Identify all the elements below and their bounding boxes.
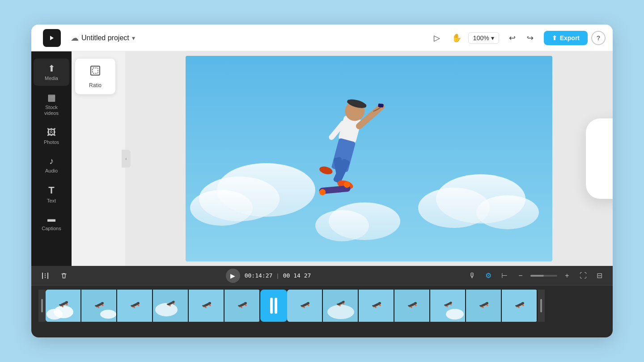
ratio-icon (89, 64, 102, 80)
project-name[interactable]: Untitled project (81, 34, 129, 42)
header: ☁ Untitled project ▾ ▷ ✋ 100% ▾ ↩ ↪ ⬆ Ex… (31, 25, 613, 51)
clip-frame-6: 🛹 (225, 290, 260, 322)
sidebar-item-stock-videos[interactable]: ▦ Stockvideos (34, 88, 69, 121)
split-bar-left (270, 298, 273, 314)
split-handle-button[interactable]: ⊢ (498, 269, 511, 282)
edge-handle-right (540, 299, 542, 312)
sidebar-item-captions[interactable]: ▬ Captions (34, 210, 69, 236)
svg-rect-25 (378, 104, 384, 108)
svg-point-56 (446, 309, 464, 320)
zoom-level: 100% (473, 34, 489, 42)
split-tool-button[interactable] (38, 269, 52, 282)
logo-area (38, 29, 65, 47)
sidebar-media-label: Media (45, 76, 58, 81)
svg-point-8 (476, 195, 539, 229)
sidebar-captions-label: Captions (42, 226, 61, 232)
timeline-toolbar: ▶ 00:14:27 | 00 14 27 🎙 ⚙ ⊢ − + ⛶ ⊟ (31, 266, 613, 286)
frame-thumbnail-2: 🛹 (81, 290, 116, 322)
redo-button[interactable]: ↪ (522, 30, 538, 46)
svg-text:🛹: 🛹 (59, 299, 69, 309)
project-name-area: ☁ Untitled project ▾ (71, 33, 424, 43)
zoom-chevron-icon: ▾ (491, 34, 494, 42)
svg-text:🛹: 🛹 (94, 300, 105, 310)
clip-frame-2: 🛹 (81, 290, 117, 322)
clip-frame-4: 🛹 (153, 290, 189, 322)
svg-point-5 (190, 190, 253, 226)
frame-thumbnail-r6: 🛹 (466, 290, 501, 322)
hand-tool-button[interactable]: ✋ (449, 30, 465, 46)
header-center-tools: ▷ ✋ 100% ▾ (429, 30, 499, 46)
sidebar-item-photos[interactable]: 🖼 Photos (34, 123, 69, 150)
frame-thumbnail-1: 🛹 (46, 290, 80, 322)
svg-text:🛹: 🛹 (166, 299, 175, 307)
timeline-track-row: 🛹 🛹 (31, 286, 613, 326)
pointer-tool-button[interactable]: ▷ (429, 30, 445, 46)
header-right: ⬆ Export ? (544, 31, 606, 45)
current-time: 00:14:27 (245, 272, 273, 279)
frame-thumbnail-r4: 🛹 (394, 290, 429, 322)
svg-text:🛹: 🛹 (515, 300, 525, 310)
export-label: Export (560, 34, 580, 42)
delete-tool-button[interactable] (57, 269, 71, 282)
frame-thumbnail-4: 🛹 (153, 290, 188, 322)
zoom-out-timeline-button[interactable]: − (514, 269, 527, 282)
floating-logo: ✂ (586, 118, 613, 199)
svg-point-35 (100, 310, 116, 319)
text-icon: T (48, 185, 54, 196)
edge-handle-left (41, 299, 43, 312)
export-icon: ⬆ (552, 34, 557, 42)
svg-text:🛹: 🛹 (336, 299, 345, 307)
frame-thumbnail-r3: 🛹 (359, 290, 394, 322)
ratio-tool[interactable]: Ratio (75, 59, 115, 94)
undo-button[interactable]: ↩ (504, 30, 521, 46)
clip-frame-r1: 🛹 (287, 290, 323, 322)
frame-thumbnail-r1: 🛹 (287, 290, 322, 322)
sidebar: ⬆ Media ▦ Stockvideos 🖼 Photos ♪ Audio T… (31, 51, 72, 266)
clip-frame-r2: 🛹 (323, 290, 359, 322)
track-clip-right[interactable]: 🛹 🛹 (287, 290, 538, 322)
sidebar-item-text[interactable]: T Text (34, 180, 69, 208)
frame-thumbnail-3: 🛹 (117, 290, 152, 322)
time-divider: | (277, 272, 278, 279)
export-button[interactable]: ⬆ Export (544, 31, 588, 45)
track-right-edge[interactable] (538, 290, 545, 322)
main-content: ⬆ Media ▦ Stockvideos 🖼 Photos ♪ Audio T… (31, 51, 613, 266)
panel-collapse-button[interactable]: ‹ (122, 150, 131, 168)
captions-icon: ▬ (47, 215, 55, 224)
microphone-button[interactable]: 🎙 (466, 269, 479, 282)
track-clip-left[interactable]: 🛹 🛹 (46, 290, 260, 322)
split-handle-icon (270, 298, 277, 314)
help-button[interactable]: ? (591, 31, 606, 45)
zoom-selector[interactable]: 100% ▾ (468, 32, 499, 44)
tools-panel: Ratio ‹ (72, 51, 125, 266)
timeline-area: ▶ 00:14:27 | 00 14 27 🎙 ⚙ ⊢ − + ⛶ ⊟ (31, 266, 613, 337)
clip-frame-r4: 🛹 (394, 290, 430, 322)
sidebar-item-media[interactable]: ⬆ Media (34, 59, 69, 86)
total-time: 00 14 27 (283, 272, 311, 279)
project-dropdown-icon[interactable]: ▾ (132, 34, 135, 42)
preview-area: ✂ (125, 51, 613, 266)
sidebar-stock-label: Stockvideos (44, 105, 59, 116)
split-playhead-handle[interactable] (260, 290, 287, 322)
clip-frame-r5: 🛹 (430, 290, 466, 322)
zoom-slider[interactable] (530, 275, 557, 277)
frame-thumbnail-r7: 🛹 (502, 290, 537, 322)
settings-timeline-button[interactable]: ⊟ (593, 269, 606, 282)
svg-point-10 (329, 202, 400, 240)
svg-text:🛹: 🛹 (407, 300, 418, 310)
ai-tool-button[interactable]: ⚙ (482, 269, 495, 282)
svg-text:🛹: 🛹 (300, 300, 310, 310)
playback-controls: ▶ 00:14:27 | 00 14 27 (76, 269, 461, 283)
audio-icon: ♪ (49, 156, 54, 166)
help-label: ? (597, 34, 601, 42)
track-left-edge[interactable] (38, 290, 46, 322)
svg-text:🛹: 🛹 (130, 300, 140, 310)
fullscreen-timeline-button[interactable]: ⛶ (577, 269, 589, 282)
sidebar-item-audio[interactable]: ♪ Audio (34, 152, 69, 178)
play-button[interactable]: ▶ (226, 269, 240, 283)
zoom-in-timeline-button[interactable]: + (561, 269, 573, 282)
undo-redo-group: ↩ ↪ (504, 30, 538, 46)
clip-frame-3: 🛹 (117, 290, 153, 322)
svg-text:🛹: 🛹 (444, 300, 453, 308)
svg-rect-1 (93, 68, 98, 73)
